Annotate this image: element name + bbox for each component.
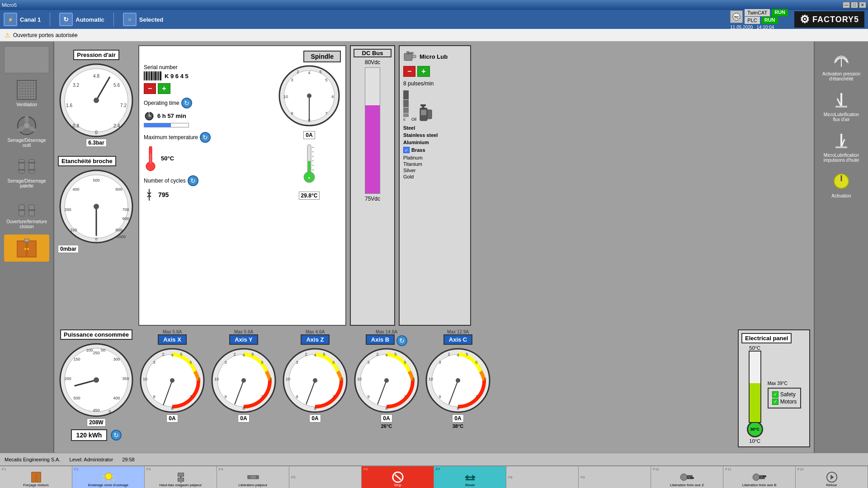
svg-rect-108 (412, 55, 416, 58)
selected-icon: ○ (123, 13, 137, 26)
svg-rect-66 (150, 71, 151, 80)
close-button[interactable]: ✕ (859, 2, 866, 8)
sidebar-item-activation[interactable]: Activation (819, 168, 864, 200)
sidebar-item-ouverture[interactable] (4, 235, 49, 262)
svg-text:7: 7 (404, 394, 406, 399)
svg-text:600: 600 (115, 187, 122, 192)
max-temp-refresh-btn[interactable]: ↻ (200, 132, 211, 143)
fkey-f7-num: F7 (435, 467, 440, 471)
svg-text:2: 2 (305, 352, 307, 357)
fkey-f12-icon (825, 471, 839, 483)
time-label: 14:10:04 (756, 25, 774, 30)
svg-rect-71 (157, 71, 157, 80)
cycles-refresh-btn[interactable]: ↻ (188, 175, 198, 186)
fkey-f11[interactable]: F11 Libération frein axe B (723, 466, 796, 488)
sidebar-item-micro-lub-oil[interactable]: MicroLubrification impulsions d'huile (819, 127, 864, 164)
fkey-f6[interactable]: F6 Stop (362, 466, 434, 488)
function-keys-bar: F1 Forçage cloison F2 Eclairage zone d'u… (0, 465, 868, 488)
safety-check-icon: ✓ (772, 391, 778, 398)
cycles-label: Number of cycles (144, 178, 186, 184)
titanium-label: Titanium (403, 161, 467, 167)
fkey-f2[interactable]: F2 Eclairage zone d'usinage (72, 466, 145, 488)
fkey-f11-num: F11 (724, 467, 731, 471)
status-time: 29:58 (122, 457, 135, 462)
svg-text:4: 4 (457, 353, 459, 357)
kwh-refresh-btn[interactable]: ↻ (111, 430, 122, 441)
op-time-refresh-btn[interactable]: ↻ (181, 98, 192, 108)
fkey-f12-label: Retour (826, 483, 837, 487)
fkey-f8[interactable]: F8 (506, 466, 579, 488)
axis-z-label: Axis Z (301, 334, 329, 345)
fkey-f5[interactable]: F5 (289, 466, 362, 488)
serial-plus-btn[interactable]: + (158, 83, 170, 94)
sidebar-item-micro-lub-air[interactable]: MicroLubrification flux d'air (819, 87, 864, 124)
barcode-icon (144, 71, 162, 80)
activation-icon (830, 170, 853, 192)
date-label: 11.05.2020 (730, 25, 753, 30)
axis-b-refresh-btn[interactable]: ↻ (396, 335, 407, 346)
platinum-label: Platinum (403, 155, 467, 160)
svg-text:9: 9 (153, 394, 155, 399)
fkey-f12[interactable]: F12 Retour (796, 466, 868, 488)
sidebar-item-vitre[interactable]: Ventilation (4, 77, 49, 109)
sidebar-item-ventilation[interactable]: Serrage/Déserrage outil (4, 113, 49, 150)
svg-text:300: 300 (113, 357, 120, 361)
op-time-bar (144, 123, 189, 127)
sidebar-item-serrage-palette[interactable]: Ouverture/fermeture cloison (4, 194, 49, 231)
fkey-f10[interactable]: F10 Libération frein axe Z (651, 466, 723, 488)
micro-lub-oil-icon (830, 129, 853, 152)
kwh-value: 120 kWh (71, 429, 108, 441)
svg-text:5: 5 (332, 360, 335, 365)
axis-y-label: Axis Y (229, 334, 258, 345)
fkey-f8-num: F8 (507, 475, 512, 479)
svg-rect-233 (690, 477, 693, 479)
fkey-f9[interactable]: F9 (579, 466, 651, 488)
svg-rect-219 (178, 478, 184, 481)
svg-text:3: 3 (291, 78, 293, 82)
fkey-f3-num: F3 (146, 467, 151, 471)
svg-point-130 (94, 377, 99, 383)
sidebar-item-activation-pression[interactable]: Activation pression d'étanchéité (819, 46, 864, 83)
canal-item: ⚡ Canal 1 (4, 13, 41, 26)
svg-rect-62 (145, 71, 146, 80)
maximize-button[interactable]: □ (851, 2, 858, 8)
oil-label: Oil (411, 117, 416, 122)
axis-y-gauge: 4 5 6 7 8 9 10 3 2 5 (210, 347, 278, 414)
op-time-value: 6 h 57 min (157, 113, 186, 119)
fkey-f3[interactable]: F3 Haut-bas magasin palpeur (145, 466, 217, 488)
silver-label: Silver (403, 168, 467, 173)
svg-rect-70 (155, 71, 156, 80)
mode-item[interactable]: ↻ Automatic (59, 13, 104, 26)
elec-thermo-section: 50°C 30°C 10°C (747, 345, 763, 444)
svg-text:5: 5 (189, 360, 192, 365)
svg-text:4: 4 (242, 353, 245, 357)
oil-can-icon (403, 50, 417, 63)
lub-minus-btn[interactable]: − (403, 66, 415, 77)
svg-text:250: 250 (93, 351, 99, 355)
max-temp-label: Maximum temperature (144, 134, 198, 141)
svg-rect-72 (158, 71, 159, 80)
svg-text:4: 4 (308, 70, 310, 75)
safety-label: Safety (780, 391, 796, 398)
svg-marker-238 (830, 474, 834, 479)
fkey-f6-icon (391, 471, 405, 483)
axis-b-value: 0A (381, 414, 392, 422)
fkey-f1[interactable]: F1 Forçage cloison (0, 466, 72, 488)
fkey-f4[interactable]: F4 Libération palpeur (217, 466, 289, 488)
elec-bulb: 30°C (747, 421, 763, 437)
serial-minus-btn[interactable]: − (144, 83, 156, 94)
fkey-f7[interactable]: F7 Reset (434, 466, 506, 488)
sep2 (113, 13, 114, 26)
svg-text:6: 6 (198, 377, 200, 381)
axis-x-section: Max 5.6A Axis X 4 5 6 7 8 9 (138, 329, 206, 422)
activation-label: Activation (831, 193, 851, 198)
minimize-button[interactable]: — (843, 2, 850, 8)
svg-text:350: 350 (122, 376, 129, 381)
svg-text:9: 9 (439, 394, 441, 399)
selected-item[interactable]: ○ Selected (123, 13, 163, 26)
sidebar-item-serrage-outil[interactable]: Serrage/Déserrage palette (4, 153, 49, 190)
etancheite-title: Etanchéité broche (58, 156, 116, 166)
stainless-label: Stainless steel (403, 132, 467, 138)
lub-plus-btn[interactable]: + (417, 66, 429, 77)
svg-text:7.2: 7.2 (120, 103, 127, 108)
